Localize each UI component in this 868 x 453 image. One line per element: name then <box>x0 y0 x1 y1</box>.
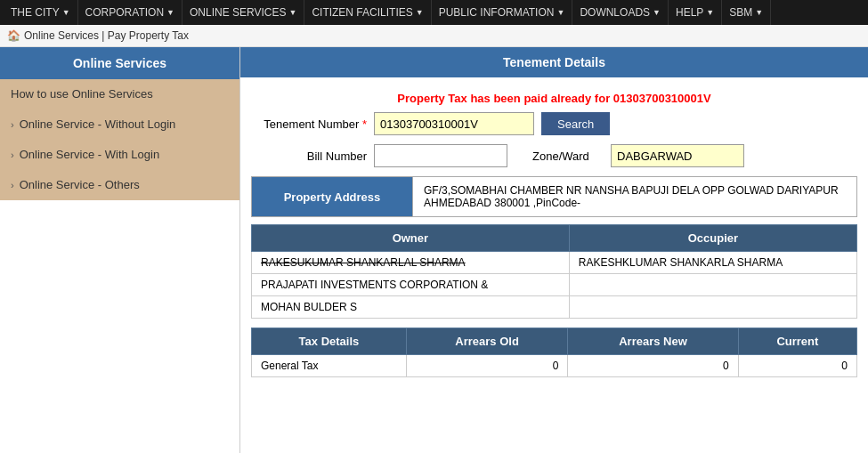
occupier-cell: RAKESHKLUMAR SHANKARLA SHARMA <box>569 252 856 274</box>
chevron-down-icon: ▼ <box>556 8 564 17</box>
nav-online-services[interactable]: ONLINE SERVICES ▼ <box>183 0 304 25</box>
table-row: General Tax 0 0 0 <box>252 355 857 377</box>
nav-public-information[interactable]: PUBLIC INFORMATION ▼ <box>432 0 573 25</box>
arrears-old-cell: 0 <box>406 355 567 377</box>
sidebar-item-label: Online Service - With Login <box>20 148 160 161</box>
nav-sbm[interactable]: SBM ▼ <box>722 0 771 25</box>
chevron-down-icon: ▼ <box>755 8 763 17</box>
home-icon[interactable]: 🏠 <box>7 29 20 42</box>
owner-cell: PRAJAPATI INVESTMENTS CORPORATION & <box>252 274 570 296</box>
table-row: MOHAN BULDER S <box>252 296 857 319</box>
bill-zone-form-row: Bill Number Zone/Ward <box>251 144 857 167</box>
table-row: RAKESUKUMAR SHANKARLAL SHARMA RAKESHKLUM… <box>252 252 857 274</box>
sidebar-header: Online Services <box>0 47 239 79</box>
tax-name-cell: General Tax <box>252 355 407 377</box>
top-navigation: THE CITY ▼ CORPORATION ▼ ONLINE SERVICES… <box>0 0 868 25</box>
required-indicator: * <box>362 117 367 131</box>
sidebar-item-how-to-use[interactable]: How to use Online Services <box>0 79 239 109</box>
tax-details-table: Tax Details Arrears Old Arrears New Curr… <box>251 328 857 377</box>
content-area: Tenement Details Property Tax has been p… <box>240 47 868 453</box>
tenement-form-row: Tenement Number * Search <box>251 112 857 135</box>
tenement-label: Tenement Number * <box>251 117 367 131</box>
chevron-right-icon: › <box>11 150 14 160</box>
owner-column-header: Owner <box>252 225 570 252</box>
nav-help[interactable]: HELP ▼ <box>669 0 722 25</box>
alert-message: Property Tax has been paid already for 0… <box>251 92 857 105</box>
owner-cell: RAKESUKUMAR SHANKARLAL SHARMA <box>252 252 570 274</box>
main-layout: Online Services How to use Online Servic… <box>0 47 868 453</box>
nav-the-city[interactable]: THE CITY ▼ <box>4 0 78 25</box>
sidebar-item-label: Online Service - Without Login <box>20 117 176 131</box>
breadcrumb: 🏠 Online Services | Pay Property Tax <box>0 25 868 47</box>
bill-number-label: Bill Number <box>251 150 367 163</box>
current-cell: 0 <box>738 355 856 377</box>
occupier-cell <box>569 274 856 296</box>
chevron-down-icon: ▼ <box>706 8 714 17</box>
arrears-new-col-header: Arrears New <box>568 328 738 355</box>
chevron-down-icon: ▼ <box>166 8 174 17</box>
sidebar: Online Services How to use Online Servic… <box>0 47 240 453</box>
occupier-column-header: Occupier <box>569 225 856 252</box>
content-body: Property Tax has been paid already for 0… <box>240 77 868 384</box>
tax-details-col-header: Tax Details <box>252 328 407 355</box>
chevron-right-icon: › <box>11 180 14 190</box>
chevron-down-icon: ▼ <box>62 8 70 17</box>
zone-ward-label: Zone/Ward <box>532 150 604 163</box>
breadcrumb-text: Online Services | Pay Property Tax <box>24 29 189 42</box>
nav-corporation[interactable]: CORPORATION ▼ <box>78 0 183 25</box>
sidebar-item-label: How to use Online Services <box>11 87 153 101</box>
current-col-header: Current <box>738 328 856 355</box>
chevron-right-icon: › <box>11 119 14 130</box>
nav-citizen-facilities[interactable]: CITIZEN FACILITIES ▼ <box>304 0 431 25</box>
arrears-new-cell: 0 <box>568 355 738 377</box>
owner-occupier-table: Owner Occupier RAKESUKUMAR SHANKARLAL SH… <box>251 224 857 319</box>
table-row: PRAJAPATI INVESTMENTS CORPORATION & <box>252 274 857 296</box>
sidebar-item-label: Online Service - Others <box>20 178 140 191</box>
chevron-down-icon: ▼ <box>416 8 424 17</box>
property-address-label: Property Address <box>252 177 412 216</box>
sidebar-item-without-login[interactable]: › Online Service - Without Login <box>0 109 239 140</box>
bill-number-input[interactable] <box>374 144 507 167</box>
sidebar-item-others[interactable]: › Online Service - Others <box>0 170 239 200</box>
occupier-cell <box>569 296 856 319</box>
zone-ward-input[interactable] <box>611 144 744 167</box>
arrears-old-col-header: Arrears Old <box>406 328 567 355</box>
search-button[interactable]: Search <box>541 112 610 135</box>
property-address-value: GF/3,SOMABHAI CHAMBER NR NANSHA BAPUJI D… <box>412 177 856 216</box>
chevron-down-icon: ▼ <box>653 8 661 17</box>
content-header: Tenement Details <box>240 47 868 77</box>
property-address-row: Property Address GF/3,SOMABHAI CHAMBER N… <box>251 176 857 217</box>
owner-cell: MOHAN BULDER S <box>252 296 570 319</box>
nav-downloads[interactable]: DOWNLOADS ▼ <box>572 0 669 25</box>
chevron-down-icon: ▼ <box>288 8 296 17</box>
tenement-number-input[interactable] <box>374 112 534 135</box>
sidebar-item-with-login[interactable]: › Online Service - With Login <box>0 140 239 170</box>
